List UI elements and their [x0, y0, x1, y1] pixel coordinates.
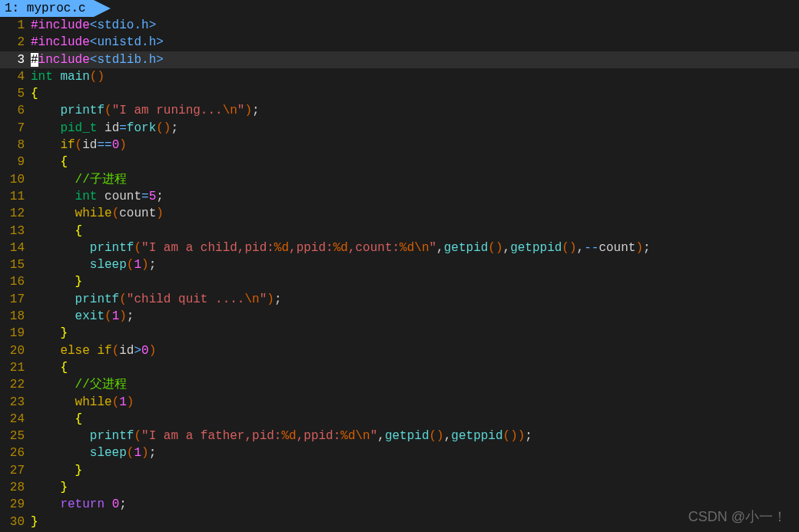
code-line[interactable]: 30} — [0, 514, 799, 530]
code-line[interactable]: 18 exit(1); — [0, 308, 799, 325]
code-line[interactable]: 12 while(count) — [0, 205, 799, 222]
code-line[interactable]: 7 pid_t id=fork(); — [0, 120, 799, 137]
line-number: 27 — [0, 462, 31, 479]
code-content[interactable]: //父进程 — [31, 376, 799, 393]
line-number: 5 — [0, 85, 31, 102]
tab-file[interactable]: 1: myproc.c — [0, 0, 94, 17]
code-content[interactable]: else if(id>0) — [31, 342, 799, 359]
code-content[interactable]: printf("I am a child,pid:%d,ppid:%d,coun… — [31, 240, 799, 256]
code-line[interactable]: 13 { — [0, 223, 799, 240]
line-number: 26 — [0, 444, 31, 461]
code-content[interactable]: printf("child quit ....\n"); — [31, 291, 799, 308]
code-editor[interactable]: 1#include<stdio.h>2#include<unistd.h>3#i… — [0, 17, 799, 530]
code-content[interactable]: } — [31, 514, 799, 530]
code-line[interactable]: 10 //子进程 — [0, 171, 799, 188]
line-number: 29 — [0, 496, 31, 513]
code-line[interactable]: 6 printf("I am runing...\n"); — [0, 102, 799, 119]
code-content[interactable]: } — [31, 462, 799, 479]
line-number: 13 — [0, 223, 31, 240]
code-line[interactable]: 22 //父进程 — [0, 376, 799, 393]
code-content[interactable]: sleep(1); — [31, 444, 799, 461]
code-line[interactable]: 1#include<stdio.h> — [0, 17, 799, 34]
line-number: 16 — [0, 273, 31, 290]
line-number: 17 — [0, 291, 31, 308]
tab-bar: 1: myproc.c — [0, 0, 799, 17]
line-number: 1 — [0, 17, 31, 34]
code-content[interactable]: { — [31, 411, 799, 428]
code-line[interactable]: 20 else if(id>0) — [0, 342, 799, 359]
line-number: 21 — [0, 359, 31, 376]
code-line[interactable]: 24 { — [0, 411, 799, 428]
line-number: 28 — [0, 479, 31, 496]
code-line[interactable]: 23 while(1) — [0, 394, 799, 411]
code-line[interactable]: 26 sleep(1); — [0, 444, 799, 461]
code-content[interactable]: int main() — [31, 68, 799, 85]
watermark: CSDN @小一！ — [688, 507, 787, 526]
line-number: 18 — [0, 308, 31, 325]
code-line[interactable]: 28 } — [0, 479, 799, 496]
code-content[interactable]: sleep(1); — [31, 256, 799, 273]
code-line[interactable]: 9 { — [0, 154, 799, 170]
line-number: 3 — [0, 51, 31, 68]
code-line[interactable]: 29 return 0; — [0, 496, 799, 513]
code-content[interactable]: { — [31, 359, 799, 376]
code-content[interactable]: return 0; — [31, 496, 799, 513]
code-line[interactable]: 2#include<unistd.h> — [0, 34, 799, 51]
code-content[interactable]: #include<stdio.h> — [31, 17, 799, 34]
code-content[interactable]: int count=5; — [31, 188, 799, 205]
line-number: 30 — [0, 514, 31, 530]
line-number: 15 — [0, 256, 31, 273]
line-number: 24 — [0, 411, 31, 428]
line-number: 2 — [0, 34, 31, 51]
code-content[interactable]: #include<stdlib.h> — [31, 51, 799, 68]
code-content[interactable]: { — [31, 85, 799, 102]
code-content[interactable]: } — [31, 479, 799, 496]
code-content[interactable]: while(count) — [31, 205, 799, 222]
code-line[interactable]: 14 printf("I am a child,pid:%d,ppid:%d,c… — [0, 240, 799, 256]
line-number: 19 — [0, 325, 31, 342]
code-line[interactable]: 16 } — [0, 273, 799, 290]
line-number: 6 — [0, 102, 31, 119]
line-number: 9 — [0, 154, 31, 170]
code-line[interactable]: 4int main() — [0, 68, 799, 85]
line-number: 14 — [0, 240, 31, 256]
code-line[interactable]: 5{ — [0, 85, 799, 102]
line-number: 7 — [0, 120, 31, 137]
line-number: 20 — [0, 342, 31, 359]
code-line[interactable]: 17 printf("child quit ....\n"); — [0, 291, 799, 308]
code-content[interactable]: if(id==0) — [31, 137, 799, 154]
code-content[interactable]: } — [31, 273, 799, 290]
code-content[interactable]: pid_t id=fork(); — [31, 120, 799, 137]
code-line[interactable]: 27 } — [0, 462, 799, 479]
code-line[interactable]: 25 printf("I am a father,pid:%d,ppid:%d\… — [0, 428, 799, 444]
code-line[interactable]: 21 { — [0, 359, 799, 376]
line-number: 11 — [0, 188, 31, 205]
code-content[interactable]: { — [31, 223, 799, 240]
code-content[interactable]: printf("I am a father,pid:%d,ppid:%d\n",… — [31, 428, 799, 444]
code-content[interactable]: while(1) — [31, 394, 799, 411]
code-line[interactable]: 19 } — [0, 325, 799, 342]
line-number: 8 — [0, 137, 31, 154]
code-content[interactable]: #include<unistd.h> — [31, 34, 799, 51]
code-content[interactable]: //子进程 — [31, 171, 799, 188]
line-number: 23 — [0, 394, 31, 411]
code-line[interactable]: 11 int count=5; — [0, 188, 799, 205]
code-content[interactable]: { — [31, 154, 799, 170]
code-content[interactable]: } — [31, 325, 799, 342]
code-content[interactable]: exit(1); — [31, 308, 799, 325]
code-line[interactable]: 15 sleep(1); — [0, 256, 799, 273]
code-content[interactable]: printf("I am runing...\n"); — [31, 102, 799, 119]
line-number: 12 — [0, 205, 31, 222]
line-number: 25 — [0, 428, 31, 444]
line-number: 10 — [0, 171, 31, 188]
code-line[interactable]: 8 if(id==0) — [0, 137, 799, 154]
line-number: 4 — [0, 68, 31, 85]
line-number: 22 — [0, 376, 31, 393]
code-line[interactable]: 3#include<stdlib.h> — [0, 51, 799, 68]
